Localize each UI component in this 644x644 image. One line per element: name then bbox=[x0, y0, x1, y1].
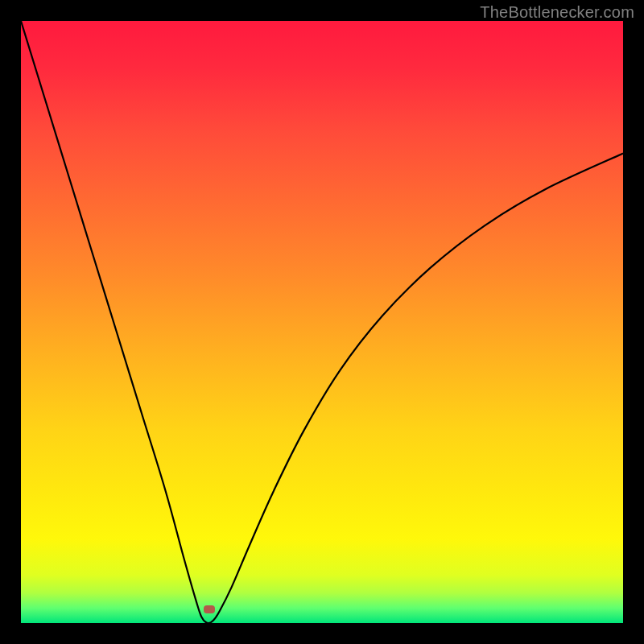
watermark-text: TheBottlenecker.com bbox=[480, 3, 634, 22]
chart-frame: TheBottlenecker.com bbox=[0, 0, 644, 644]
plot-area bbox=[21, 21, 623, 623]
optimal-point-marker bbox=[204, 605, 215, 613]
gradient-background bbox=[21, 21, 623, 623]
chart-svg bbox=[21, 21, 623, 623]
